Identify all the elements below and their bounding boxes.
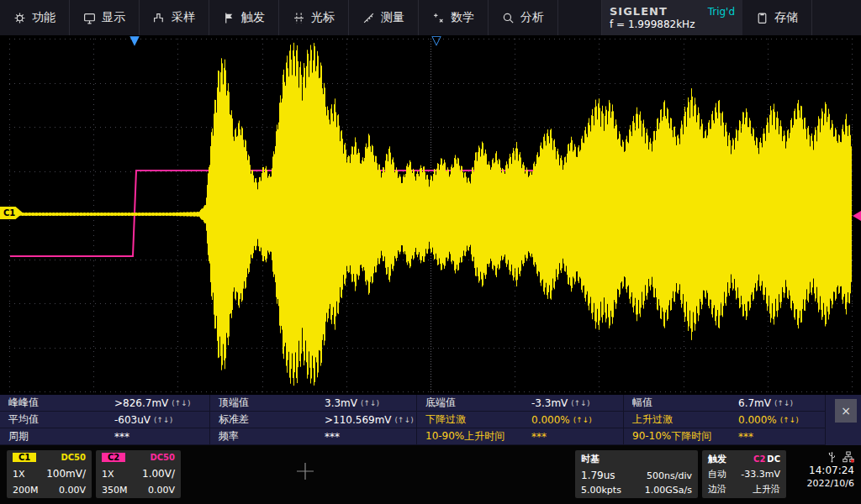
display-icon — [83, 12, 96, 24]
acquire-icon — [153, 12, 166, 24]
analyse-icon — [502, 12, 515, 24]
measure-label: 底端值 — [425, 396, 528, 410]
timebase-points: 5.00kpts — [581, 485, 621, 496]
measure-stat-arrows: (↑↓) — [571, 399, 589, 407]
measure-label: 90-10%下降时间 — [632, 429, 735, 444]
clock-time: 14:07:24 — [809, 465, 854, 476]
trigger-title: 触发 — [708, 453, 726, 465]
trigger-level-value: -33.3mV — [741, 469, 780, 480]
ch2-coupling: DC50 — [150, 453, 175, 462]
menu-function[interactable]: 功能 — [0, 0, 70, 35]
timebase-delay: 1.79us — [581, 470, 615, 481]
trigger-mode: 自动 — [708, 468, 726, 480]
measure-cell-10[interactable]: 10-90%上升时间*** — [417, 428, 624, 445]
measure-label: 标准差 — [219, 412, 321, 427]
menu-label: 触发 — [241, 10, 265, 25]
ch1-badge: C1 — [13, 453, 36, 462]
menu-save[interactable]: 存储 — [742, 0, 812, 35]
trigger-type: 边沿 — [708, 483, 726, 496]
measure-cell-3[interactable]: 幅值6.7mV(↑↓) — [624, 395, 826, 412]
ch2-bandwidth: 350M — [102, 485, 128, 496]
measure-value: 0.000% — [738, 414, 777, 426]
menu-label: 数学 — [451, 10, 474, 25]
clock-date: 2022/10/6 — [807, 478, 854, 489]
measure-value: 0.000% — [531, 414, 570, 426]
measure-cell-9[interactable]: 频率*** — [210, 428, 417, 445]
measure-stat-arrows: (↑↓) — [774, 399, 793, 407]
trigger-slope: 上升沿 — [753, 483, 780, 496]
measure-label: 上升过激 — [632, 412, 735, 427]
measure-cell-4[interactable]: 平均值-603uV(↑↓) — [0, 412, 210, 428]
trigger-delay-marker[interactable]: ▽ — [431, 34, 441, 47]
trigger-position-marker[interactable]: ▼ — [129, 34, 140, 47]
measure-stat-arrows: (↑↓) — [172, 399, 190, 407]
measure-label: 顶端值 — [219, 396, 321, 410]
measure-cell-0[interactable]: 峰峰值>826.7mV(↑↓) — [0, 395, 210, 412]
menu-analysis[interactable]: 分析 — [489, 0, 558, 35]
menu-label: 分析 — [520, 10, 544, 25]
ch2-probe: 1X — [102, 469, 114, 480]
measure-value: -3.3mV — [531, 397, 568, 409]
storage-icon — [756, 12, 769, 24]
menu-measure[interactable]: 测量 — [349, 0, 419, 35]
cursor-icon — [293, 12, 305, 24]
trigger-level-marker[interactable] — [853, 211, 861, 221]
measure-label: 平均值 — [8, 412, 111, 427]
system-status-area: 14:07:24 2022/10/6 — [790, 450, 854, 489]
brand-logo: SIGLENT — [610, 5, 668, 18]
measure-value: *** — [738, 431, 753, 443]
measure-stat-arrows: (↑↓) — [780, 416, 799, 424]
menu-display[interactable]: 显示 — [70, 0, 140, 35]
menu-label: 功能 — [32, 10, 55, 25]
measure-stat-arrows: (↑↓) — [573, 416, 592, 424]
waveform-canvas — [0, 35, 861, 395]
measure-label: 10-90%上升时间 — [425, 429, 528, 444]
measure-value: 3.3mV — [325, 397, 357, 409]
menu-label: 光标 — [311, 10, 335, 25]
menu-cursor[interactable]: 光标 — [279, 0, 349, 35]
channel1-descriptor[interactable]: C1 DC50 1X100mV/ 200M0.00V — [7, 450, 92, 498]
measure-cell-8[interactable]: 周期*** — [0, 428, 210, 445]
measure-value: -603uV — [114, 414, 151, 426]
timebase-samplerate: 1.00GSa/s — [645, 485, 692, 496]
timebase-title: 时基 — [581, 453, 600, 465]
close-measure-button[interactable]: × — [835, 399, 857, 423]
measure-label: 周期 — [8, 429, 111, 444]
trigger-descriptor[interactable]: 触发 C2DC 自动-33.3mV 边沿上升沿 — [702, 450, 786, 498]
measure-stat-arrows: (↑↓) — [395, 416, 414, 424]
ch2-badge: C2 — [102, 453, 125, 462]
ch1-offset: 0.00V — [59, 485, 86, 496]
menu-label: 采样 — [172, 10, 195, 25]
menu-label: 显示 — [102, 10, 125, 25]
measure-label: 下降过激 — [425, 412, 528, 427]
measure-cell-11[interactable]: 90-10%下降时间*** — [624, 428, 826, 445]
measure-cell-2[interactable]: 底端值-3.3mV(↑↓) — [417, 395, 624, 412]
menu-acquire[interactable]: 采样 — [140, 0, 209, 35]
measurement-panel: 峰峰值>826.7mV(↑↓)顶端值3.3mV(↑↓)底端值-3.3mV(↑↓)… — [0, 395, 861, 445]
ch1-coupling: DC50 — [61, 453, 86, 462]
usb-icon — [827, 451, 837, 463]
measure-cell-5[interactable]: 标准差>110.569mV(↑↓) — [210, 412, 417, 428]
menu-math[interactable]: 数学 — [419, 0, 489, 35]
oscilloscope-screen: 功能 显示 采样 触发 光标 测量 数学 分析 — [0, 0, 861, 504]
measure-cell-7[interactable]: 上升过激0.000%(↑↓) — [624, 412, 826, 428]
timebase-descriptor[interactable]: 时基 1.79us500ns/div 5.00kpts1.00GSa/s — [575, 450, 698, 498]
ch1-scale: 100mV/ — [46, 468, 86, 480]
trigger-flag-icon — [223, 12, 235, 24]
measure-value: 6.7mV — [738, 397, 771, 409]
channel2-descriptor[interactable]: C2 DC50 1X1.00V/ 350M0.00V — [96, 450, 181, 498]
trigger-source: C2 — [753, 454, 765, 464]
measure-value: >110.569mV — [325, 414, 392, 426]
measure-stat-arrows: (↑↓) — [154, 416, 172, 424]
status-bar: C1 DC50 1X100mV/ 200M0.00V C2 DC50 1X1.0… — [0, 445, 861, 504]
measure-stat-arrows: (↑↓) — [361, 399, 379, 407]
top-menubar: 功能 显示 采样 触发 光标 测量 数学 分析 — [0, 0, 861, 35]
measure-cell-1[interactable]: 顶端值3.3mV(↑↓) — [210, 395, 417, 412]
brand-area: SIGLENT Trig'd f = 1.999882kHz — [601, 0, 742, 35]
menu-trigger[interactable]: 触发 — [209, 0, 279, 35]
waveform-display[interactable]: ▼ ▽ C1 — [0, 35, 861, 395]
measure-cell-6[interactable]: 下降过激0.000%(↑↓) — [417, 412, 624, 428]
measure-label: 幅值 — [632, 396, 735, 410]
measure-value: *** — [325, 431, 340, 443]
measure-icon — [362, 12, 375, 24]
